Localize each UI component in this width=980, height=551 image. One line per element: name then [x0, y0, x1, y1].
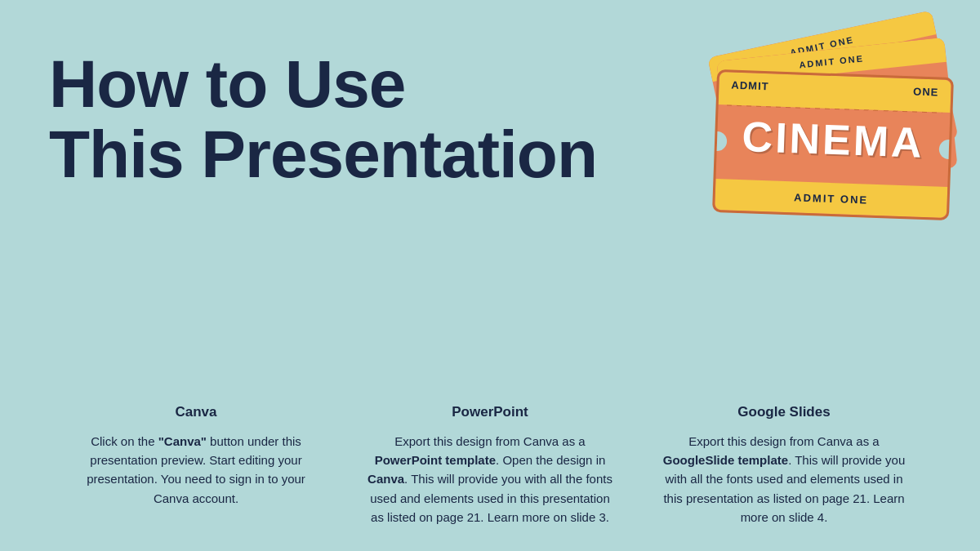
- powerpoint-bold-1: PowerPoint template: [375, 453, 496, 467]
- canva-card-title: Canva: [74, 404, 318, 420]
- main-title: How to Use This Presentation: [49, 49, 597, 189]
- powerpoint-bold-2: Canva: [368, 472, 404, 486]
- powerpoint-card-title: PowerPoint: [368, 404, 612, 420]
- ticket-back2-label: ADMIT ONE: [799, 53, 865, 69]
- canva-bold-1: "Canva": [158, 434, 207, 448]
- ticket-one-text: ONE: [913, 85, 939, 98]
- title-line2: This Presentation: [49, 119, 597, 189]
- google-slides-card-title: Google Slides: [662, 404, 906, 420]
- google-slides-card: Google Slides Export this design from Ca…: [662, 404, 906, 527]
- canva-card-body: Click on the "Canva" button under this p…: [74, 432, 318, 508]
- ticket-illustration: ADMIT ONE ADMIT ONE ADMIT ONE CINEMA ADM…: [702, 8, 964, 261]
- google-slides-bold-1: GoogleSlide template: [663, 453, 788, 467]
- cards-section: Canva Click on the "Canva" button under …: [0, 404, 980, 527]
- powerpoint-card: PowerPoint Export this design from Canva…: [368, 404, 612, 527]
- ticket-bottom-stripe: ADMIT ONE: [715, 179, 947, 218]
- ticket-front: ADMIT ONE CINEMA ADMIT ONE: [712, 69, 954, 220]
- google-slides-card-body: Export this design from Canva as a Googl…: [662, 432, 906, 527]
- ticket-admit-bottom-text: ADMIT ONE: [794, 191, 868, 206]
- canva-card: Canva Click on the "Canva" button under …: [74, 404, 318, 527]
- title-line1: How to Use: [49, 49, 597, 119]
- ticket-admit-text: ADMIT: [731, 79, 769, 93]
- ticket-cinema-text: CINEMA: [716, 111, 950, 168]
- powerpoint-card-body: Export this design from Canva as a Power…: [368, 432, 612, 527]
